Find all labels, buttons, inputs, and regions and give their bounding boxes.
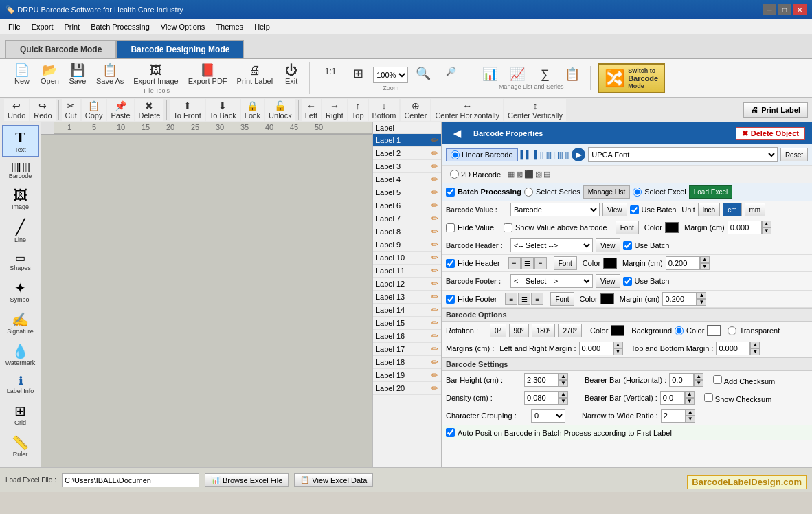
tool-image[interactable]: 🖼 Image [2, 184, 39, 214]
label-item-13[interactable]: Label 13 ✏ [373, 291, 441, 304]
density-down[interactable]: ▼ [559, 398, 568, 405]
font-select[interactable]: UPCA Font Code 128 EAN-13 [588, 147, 778, 162]
center-v-button[interactable]: ↕ Center Vertically [504, 99, 566, 121]
auto-position-checkbox[interactable] [446, 428, 455, 437]
rot-180-button[interactable]: 180° [532, 324, 556, 337]
value-margin-down[interactable]: ▼ [762, 227, 771, 234]
zoom-percent-select[interactable]: 100%75%125% [373, 67, 408, 83]
manage-btn-1[interactable]: 📊 [476, 66, 504, 83]
label-item-7[interactable]: Label 7 ✏ [373, 212, 441, 225]
label-item-17[interactable]: Label 17 ✏ [373, 343, 441, 356]
value-color-box[interactable] [665, 222, 679, 233]
undo-button[interactable]: ↩ Undo [4, 99, 29, 121]
copy-button[interactable]: 📋 Copy [82, 99, 106, 121]
load-excel-button[interactable]: Load Excel [689, 185, 732, 199]
unlock-button[interactable]: 🔓 Unlock [265, 99, 295, 121]
unit-mm-button[interactable]: mm [745, 203, 766, 216]
rot-270-button[interactable]: 270° [558, 324, 582, 337]
paste-button[interactable]: 📌 Paste [107, 99, 133, 121]
close-button[interactable]: ✕ [793, 4, 807, 15]
header-margin-input[interactable] [666, 256, 700, 270]
reset-button[interactable]: Reset [780, 148, 808, 161]
print-label-toolbar-button[interactable]: 🖨 Print Label [232, 62, 278, 87]
bearer-v-input[interactable] [660, 391, 685, 405]
export-pdf-button[interactable]: 📕 Export PDF [183, 62, 232, 87]
label-item-18[interactable]: Label 18 ✏ [373, 356, 441, 369]
footer-color-box[interactable] [600, 293, 614, 304]
lr-margin-up[interactable]: ▲ [613, 342, 623, 348]
file-path-input[interactable] [62, 473, 199, 487]
footer-view-button[interactable]: View [596, 274, 620, 288]
bar-height-input[interactable] [524, 373, 559, 387]
tb-margin-down[interactable]: ▼ [750, 348, 760, 355]
redo-button[interactable]: ↪ Redo [30, 99, 55, 121]
tb-margin-input[interactable] [716, 342, 750, 355]
lock-button[interactable]: 🔒 Lock [241, 99, 264, 121]
label-item-5[interactable]: Label 5 ✏ [373, 186, 441, 199]
transparent-radio[interactable] [728, 326, 736, 335]
header-align-right[interactable]: ≡ [534, 257, 547, 269]
show-checksum-checkbox[interactable] [704, 393, 713, 402]
footer-align-left[interactable]: ≡ [505, 293, 517, 305]
back-button[interactable]: ◀ [449, 125, 465, 142]
label-item-14[interactable]: Label 14 ✏ [373, 304, 441, 317]
footer-use-batch-checkbox[interactable] [623, 277, 632, 286]
header-select[interactable]: <-- Select --> [510, 238, 593, 252]
switch-barcode-mode-button[interactable]: 🔀 Switch to Barcode Mode [598, 63, 665, 93]
header-use-batch-checkbox[interactable] [623, 241, 632, 250]
label-item-9[interactable]: Label 9 ✏ [373, 238, 441, 252]
footer-select[interactable]: <-- Select --> [510, 274, 593, 288]
label-item-8[interactable]: Label 8 ✏ [373, 225, 441, 238]
header-color-box[interactable] [603, 258, 617, 269]
manage-list-button[interactable]: Manage List [583, 185, 630, 199]
linear-radio[interactable] [451, 150, 460, 159]
narrow-wide-up[interactable]: ▲ [686, 409, 695, 416]
zoom-fit-button[interactable]: ⊞ [344, 65, 372, 85]
linear-barcode-option[interactable]: Linear Barcode [446, 148, 518, 161]
header-view-button[interactable]: View [596, 238, 620, 252]
footer-margin-up[interactable]: ▲ [697, 292, 706, 299]
tool-signature[interactable]: ✍ Signature [2, 308, 39, 338]
save-button[interactable]: 💾 Save [64, 62, 91, 87]
label-item-10[interactable]: Label 10 ✏ [373, 252, 441, 265]
label-item-19[interactable]: Label 19 ✏ [373, 369, 441, 382]
align-top-button[interactable]: ↑ Top [348, 99, 368, 121]
manage-btn-2[interactable]: 📈 [504, 66, 531, 83]
header-font-button[interactable]: Font [554, 256, 577, 270]
tab-designing-mode[interactable]: Barcode Designing Mode [116, 40, 244, 58]
lr-margin-down[interactable]: ▼ [613, 348, 623, 355]
menu-help[interactable]: Help [249, 21, 275, 32]
twod-radio[interactable] [450, 170, 459, 179]
to-back-button[interactable]: ⬇ To Back [206, 99, 240, 121]
menu-print[interactable]: Print [59, 21, 86, 32]
tool-grid[interactable]: ⊞ Grid [2, 399, 39, 429]
tb-margin-up[interactable]: ▲ [750, 342, 760, 348]
tool-barcode[interactable]: ||||| |||| Barcode [2, 158, 39, 183]
label-item-3[interactable]: Label 3 ✏ [373, 160, 441, 173]
browse-excel-button[interactable]: 📊 Browse Excel File [205, 473, 289, 487]
excel-radio[interactable] [633, 188, 642, 197]
maximize-button[interactable]: □ [778, 4, 791, 15]
header-margin-up[interactable]: ▲ [700, 256, 710, 263]
menu-view[interactable]: View Options [155, 21, 211, 32]
menu-file[interactable]: File [3, 21, 26, 32]
tool-watermark[interactable]: 💧 Watermark [2, 339, 39, 370]
header-align-left[interactable]: ≡ [508, 257, 521, 269]
char-group-select[interactable]: 012 [531, 409, 565, 423]
unit-inch-button[interactable]: inch [698, 203, 720, 216]
align-left-button[interactable]: ← Left [302, 99, 321, 121]
bearer-h-input[interactable] [669, 373, 694, 387]
show-value-above-checkbox[interactable] [504, 223, 512, 232]
header-margin-down[interactable]: ▼ [700, 263, 710, 270]
cut-button[interactable]: ✂ Cut [62, 99, 80, 121]
narrow-wide-input[interactable] [661, 409, 686, 423]
bar-height-up[interactable]: ▲ [559, 373, 568, 380]
center-button[interactable]: ⊕ Center [401, 99, 430, 121]
align-right-button[interactable]: → Right [322, 99, 347, 121]
value-font-button[interactable]: Font [616, 221, 639, 234]
label-item-2[interactable]: Label 2 ✏ [373, 147, 441, 160]
value-view-button[interactable]: View [602, 203, 627, 216]
footer-align-center[interactable]: ☰ [518, 293, 530, 305]
exit-button[interactable]: ⏻ Exit [278, 62, 305, 87]
twod-barcode-option[interactable]: 2D Barcode [446, 168, 505, 180]
